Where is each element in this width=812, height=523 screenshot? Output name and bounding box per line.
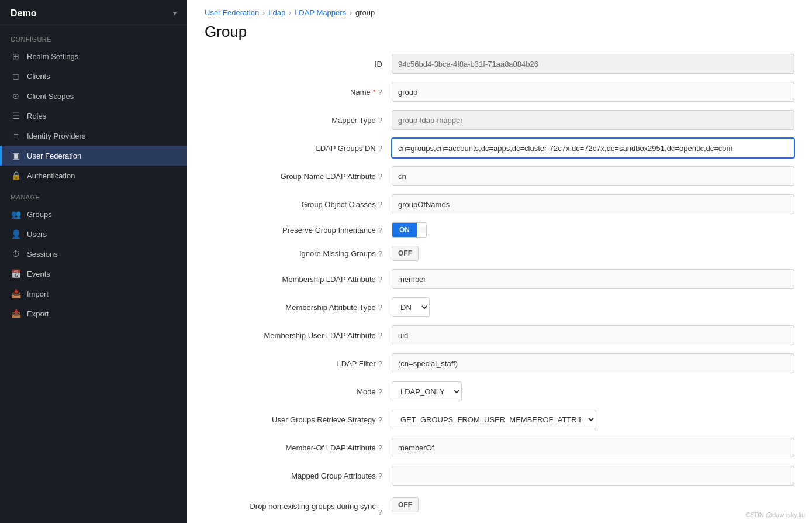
clients-icon: ◻ [11,71,21,81]
mapped-group-attributes-input[interactable] [392,466,794,486]
sidebar-label-identity-providers: Identity Providers [27,132,85,140]
sidebar-label-sessions: Sessions [27,250,58,259]
ignore-missing-groups-toggle-label: OFF [392,246,418,260]
membership-ldap-attr-help-icon[interactable]: ? [378,275,382,284]
form-row-member-of-ldap-attr: Member-Of LDAP Attribute ? [205,438,794,457]
user-federation-icon: ▣ [11,151,21,160]
preserve-group-inheritance-label: Preserve Group Inheritance ? [205,226,392,235]
membership-attr-type-help-icon[interactable]: ? [378,303,382,312]
sidebar-item-roles[interactable]: ☰ Roles [0,106,187,126]
sidebar-item-client-scopes[interactable]: ⊙ Client Scopes [0,86,187,106]
mode-control: LDAP_ONLY READ_ONLY IMPORT [392,381,794,401]
form-row-mapped-group-attributes: Mapped Group Attributes ? [205,466,794,486]
ignore-missing-groups-help-icon[interactable]: ? [378,249,382,258]
membership-ldap-attr-input[interactable] [392,269,794,289]
preserve-group-inheritance-control: ON [392,222,794,238]
drop-non-existing-toggle[interactable]: OFF [392,497,419,512]
ldap-filter-help-icon[interactable]: ? [378,359,382,368]
preserve-group-inheritance-help-icon[interactable]: ? [378,226,382,235]
sidebar-item-clients[interactable]: ◻ Clients [0,66,187,86]
form-row-mapper-type: Mapper Type ? [205,110,794,130]
sidebar-item-users[interactable]: 👤 Users [0,224,187,244]
authentication-icon: 🔒 [11,171,21,180]
ldap-filter-control [392,353,794,373]
group-object-classes-label: Group Object Classes ? [205,200,392,209]
ignore-missing-groups-toggle[interactable]: OFF [392,246,419,261]
ldap-groups-dn-control [392,138,794,158]
member-of-ldap-attr-help-icon[interactable]: ? [378,443,382,452]
sidebar-label-events: Events [27,270,50,278]
ignore-missing-groups-label: Ignore Missing Groups ? [205,249,392,258]
sidebar-item-groups[interactable]: 👥 Groups [0,204,187,224]
sidebar-item-identity-providers[interactable]: ≡ Identity Providers [0,126,187,146]
mapped-group-attributes-help-icon[interactable]: ? [378,472,382,480]
form-row-mode: Mode ? LDAP_ONLY READ_ONLY IMPORT [205,381,794,401]
sidebar-item-import[interactable]: 📥 Import [0,284,187,304]
drop-non-existing-label: Drop non-existing groups during sync ? [205,494,392,517]
name-required: * [373,88,376,97]
mapped-group-attributes-label: Mapped Group Attributes ? [205,472,392,480]
sidebar-item-sessions[interactable]: ⏱ Sessions [0,244,187,264]
ldap-groups-dn-input[interactable] [392,138,794,158]
breadcrumb-ldap[interactable]: Ldap [268,8,285,17]
group-object-classes-help-icon[interactable]: ? [378,200,382,209]
ldap-filter-input[interactable] [392,353,794,373]
user-groups-retrieve-strategy-help-icon[interactable]: ? [378,415,382,424]
ldap-groups-dn-help-icon[interactable]: ? [378,144,382,153]
sidebar-item-user-federation[interactable]: ▣ User Federation [0,146,187,166]
events-icon: 📅 [11,269,21,278]
ldap-groups-dn-label: LDAP Groups DN ? [205,144,392,153]
membership-attr-type-select[interactable]: DN UID [392,297,430,317]
sidebar-label-clients: Clients [27,72,50,81]
membership-attr-type-control: DN UID [392,297,794,317]
sidebar-item-realm-settings[interactable]: ⊞ Realm Settings [0,46,187,66]
preserve-group-inheritance-toggle[interactable]: ON [392,222,427,238]
breadcrumb-sep-2: › [289,9,291,17]
drop-non-existing-control: OFF [392,494,794,512]
mapper-type-help-icon[interactable]: ? [378,116,382,125]
breadcrumb-user-federation[interactable]: User Federation [205,8,259,17]
sidebar-label-groups: Groups [27,210,52,219]
name-help-icon[interactable]: ? [378,88,382,97]
identity-providers-icon: ≡ [11,131,21,140]
membership-user-ldap-attr-help-icon[interactable]: ? [378,331,382,340]
id-label: ID [205,60,392,68]
mapper-type-label: Mapper Type ? [205,116,392,125]
breadcrumb-sep-3: › [350,9,352,17]
group-name-ldap-attr-label: Group Name LDAP Attribute ? [205,172,392,181]
membership-user-ldap-attr-input[interactable] [392,325,794,345]
membership-ldap-attr-control [392,269,794,289]
form-row-preserve-group-inheritance: Preserve Group Inheritance ? ON [205,222,794,238]
ignore-missing-groups-control: OFF [392,246,794,261]
id-control [392,54,794,74]
mode-help-icon[interactable]: ? [378,387,382,396]
breadcrumb-group: group [355,8,375,17]
realm-settings-icon: ⊞ [11,51,21,61]
mapped-group-attributes-control [392,466,794,486]
user-groups-retrieve-strategy-select[interactable]: GET_GROUPS_FROM_USER_MEMBEROF_ATTRIBUTE … [392,410,596,429]
drop-non-existing-help-icon[interactable]: ? [378,508,382,517]
sidebar-item-events[interactable]: 📅 Events [0,264,187,284]
configure-section-label: Configure [0,27,187,46]
sidebar-label-import: Import [27,290,49,298]
breadcrumb-ldap-mappers[interactable]: LDAP Mappers [295,8,346,17]
mode-select[interactable]: LDAP_ONLY READ_ONLY IMPORT [392,381,462,401]
group-form: ID Name * ? Mapper Type ? [205,54,794,523]
form-row-drop-non-existing: Drop non-existing groups during sync ? O… [205,494,794,517]
group-object-classes-input[interactable] [392,194,794,214]
sidebar: Demo ▾ Configure ⊞ Realm Settings ◻ Clie… [0,0,187,523]
group-object-classes-control [392,194,794,214]
sidebar-item-export[interactable]: 📤 Export [0,304,187,324]
preserve-group-inheritance-toggle-wrap[interactable]: ON [392,222,794,238]
form-row-ldap-groups-dn: LDAP Groups DN ? [205,138,794,158]
form-row-membership-ldap-attr: Membership LDAP Attribute ? [205,269,794,289]
sidebar-header[interactable]: Demo ▾ [0,0,187,27]
form-row-ignore-missing-groups: Ignore Missing Groups ? OFF [205,246,794,261]
member-of-ldap-attr-input[interactable] [392,438,794,457]
sidebar-item-authentication[interactable]: 🔒 Authentication [0,166,187,185]
sidebar-label-users: Users [27,230,47,239]
name-input[interactable] [392,82,794,102]
toggle-slider [417,227,426,233]
group-name-ldap-attr-help-icon[interactable]: ? [378,172,382,181]
group-name-ldap-attr-input[interactable] [392,166,794,186]
